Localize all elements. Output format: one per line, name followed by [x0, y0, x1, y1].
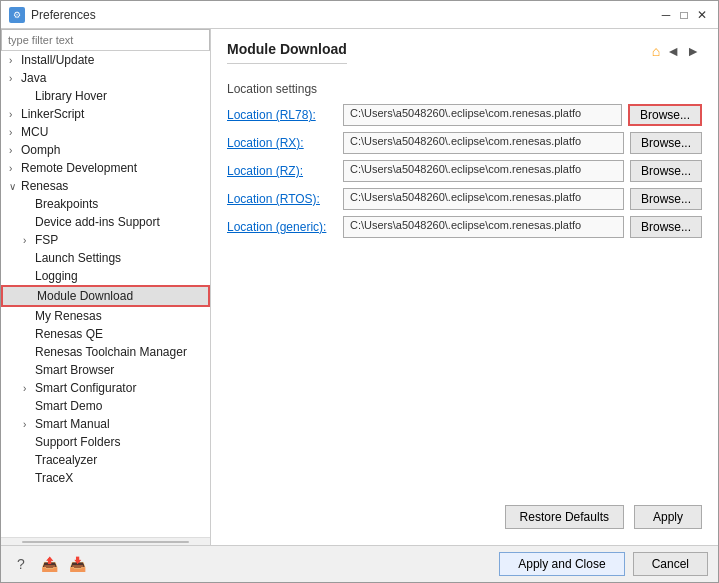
sidebar-item-support-folders[interactable]: Support Folders — [1, 433, 210, 451]
sidebar-label-smart-browser: Smart Browser — [35, 363, 114, 377]
sidebar: ›Install/Update›JavaLibrary Hover›Linker… — [1, 29, 211, 545]
window-title: Preferences — [31, 8, 658, 22]
arrow-icon-smart-configurator: › — [23, 383, 35, 394]
location-rows: Location (RL78):C:\Users\a5048260\.eclip… — [227, 104, 702, 244]
arrow-icon-oomph: › — [9, 145, 21, 156]
import-icon[interactable]: 📥 — [67, 554, 87, 574]
sidebar-item-device-add-ins[interactable]: Device add-ins Support — [1, 213, 210, 231]
sidebar-item-logging[interactable]: Logging — [1, 267, 210, 285]
sidebar-item-smart-manual[interactable]: ›Smart Manual — [1, 415, 210, 433]
main-content: ›Install/Update›JavaLibrary Hover›Linker… — [1, 29, 718, 545]
location-link-generic[interactable]: Location (generic): — [227, 220, 337, 234]
sidebar-label-support-folders: Support Folders — [35, 435, 120, 449]
sidebar-label-launch-settings: Launch Settings — [35, 251, 121, 265]
title-bar: ⚙ Preferences ─ □ ✕ — [1, 1, 718, 29]
sidebar-item-library-hover[interactable]: Library Hover — [1, 87, 210, 105]
location-path-rz: C:\Users\a5048260\.eclipse\com.renesas.p… — [343, 160, 624, 182]
maximize-button[interactable]: □ — [676, 7, 692, 23]
browse-button-rz[interactable]: Browse... — [630, 160, 702, 182]
main-title: Module Download — [227, 41, 347, 64]
browse-button-generic[interactable]: Browse... — [630, 216, 702, 238]
sidebar-label-oomph: Oomph — [21, 143, 60, 157]
minimize-button[interactable]: ─ — [658, 7, 674, 23]
sidebar-item-breakpoints[interactable]: Breakpoints — [1, 195, 210, 213]
arrow-icon-linkerscript: › — [9, 109, 21, 120]
sidebar-item-install-update[interactable]: ›Install/Update — [1, 51, 210, 69]
sidebar-label-java: Java — [21, 71, 46, 85]
browse-button-rx[interactable]: Browse... — [630, 132, 702, 154]
sidebar-item-renesas-qe[interactable]: Renesas QE — [1, 325, 210, 343]
location-path-rl78: C:\Users\a5048260\.eclipse\com.renesas.p… — [343, 104, 622, 126]
restore-defaults-button[interactable]: Restore Defaults — [505, 505, 624, 529]
sidebar-item-java[interactable]: ›Java — [1, 69, 210, 87]
sidebar-label-device-add-ins: Device add-ins Support — [35, 215, 160, 229]
sidebar-item-launch-settings[interactable]: Launch Settings — [1, 249, 210, 267]
sidebar-item-smart-demo[interactable]: Smart Demo — [1, 397, 210, 415]
browse-button-rtos[interactable]: Browse... — [630, 188, 702, 210]
sidebar-label-renesas-qe: Renesas QE — [35, 327, 103, 341]
location-row-rtos: Location (RTOS):C:\Users\a5048260\.eclip… — [227, 188, 702, 210]
arrow-icon-mcu: › — [9, 127, 21, 138]
section-label: Location settings — [227, 82, 702, 96]
sidebar-label-install-update: Install/Update — [21, 53, 94, 67]
sidebar-item-tracealyzer[interactable]: Tracealyzer — [1, 451, 210, 469]
cancel-button[interactable]: Cancel — [633, 552, 708, 576]
sidebar-label-remote-development: Remote Development — [21, 161, 137, 175]
close-button[interactable]: ✕ — [694, 7, 710, 23]
arrow-icon-java: › — [9, 73, 21, 84]
sidebar-item-fsp[interactable]: ›FSP — [1, 231, 210, 249]
apply-button[interactable]: Apply — [634, 505, 702, 529]
sidebar-item-module-download[interactable]: Module Download — [1, 285, 210, 307]
bottom-right: Apply and Close Cancel — [499, 552, 708, 576]
arrow-icon-remote-development: › — [9, 163, 21, 174]
apply-and-close-button[interactable]: Apply and Close — [499, 552, 624, 576]
sidebar-label-smart-demo: Smart Demo — [35, 399, 102, 413]
bottom-bar: ? 📤 📥 Apply and Close Cancel — [1, 545, 718, 582]
arrow-icon-install-update: › — [9, 55, 21, 66]
sidebar-label-linkerscript: LinkerScript — [21, 107, 84, 121]
sidebar-item-renesas-toolchain[interactable]: Renesas Toolchain Manager — [1, 343, 210, 361]
sidebar-label-breakpoints: Breakpoints — [35, 197, 98, 211]
arrow-icon-renesas: ∨ — [9, 181, 21, 192]
sidebar-item-my-renesas[interactable]: My Renesas — [1, 307, 210, 325]
sidebar-label-module-download: Module Download — [37, 289, 133, 303]
export-icon[interactable]: 📤 — [39, 554, 59, 574]
window-icon: ⚙ — [9, 7, 25, 23]
location-row-generic: Location (generic):C:\Users\a5048260\.ec… — [227, 216, 702, 238]
sidebar-label-library-hover: Library Hover — [35, 89, 107, 103]
sidebar-item-mcu[interactable]: ›MCU — [1, 123, 210, 141]
back-nav-button[interactable]: ◄ — [664, 41, 682, 61]
forward-nav-button[interactable]: ► — [684, 41, 702, 61]
sidebar-label-smart-configurator: Smart Configurator — [35, 381, 136, 395]
location-path-generic: C:\Users\a5048260\.eclipse\com.renesas.p… — [343, 216, 624, 238]
location-row-rx: Location (RX):C:\Users\a5048260\.eclipse… — [227, 132, 702, 154]
preferences-window: ⚙ Preferences ─ □ ✕ ›Install/Update›Java… — [0, 0, 719, 583]
sidebar-label-tracealyzer: Tracealyzer — [35, 453, 97, 467]
help-icon[interactable]: ? — [11, 554, 31, 574]
location-link-rl78[interactable]: Location (RL78): — [227, 108, 337, 122]
home-nav-button[interactable]: ⌂ — [650, 41, 662, 61]
location-row-rz: Location (RZ):C:\Users\a5048260\.eclipse… — [227, 160, 702, 182]
sidebar-label-tracex: TraceX — [35, 471, 73, 485]
sidebar-item-remote-development[interactable]: ›Remote Development — [1, 159, 210, 177]
location-link-rz[interactable]: Location (RZ): — [227, 164, 337, 178]
sidebar-label-fsp: FSP — [35, 233, 58, 247]
sidebar-label-logging: Logging — [35, 269, 78, 283]
sidebar-item-renesas[interactable]: ∨Renesas — [1, 177, 210, 195]
sidebar-item-smart-configurator[interactable]: ›Smart Configurator — [1, 379, 210, 397]
browse-button-rl78[interactable]: Browse... — [628, 104, 702, 126]
filter-input[interactable] — [1, 29, 210, 51]
sidebar-item-oomph[interactable]: ›Oomph — [1, 141, 210, 159]
bottom-left: ? 📤 📥 — [11, 554, 87, 574]
location-path-rx: C:\Users\a5048260\.eclipse\com.renesas.p… — [343, 132, 624, 154]
sidebar-item-tracex[interactable]: TraceX — [1, 469, 210, 487]
sidebar-label-my-renesas: My Renesas — [35, 309, 102, 323]
nav-area: ⌂ ◄ ► — [650, 41, 702, 61]
sidebar-item-linkerscript[interactable]: ›LinkerScript — [1, 105, 210, 123]
location-link-rx[interactable]: Location (RX): — [227, 136, 337, 150]
window-controls: ─ □ ✕ — [658, 7, 710, 23]
location-link-rtos[interactable]: Location (RTOS): — [227, 192, 337, 206]
location-row-rl78: Location (RL78):C:\Users\a5048260\.eclip… — [227, 104, 702, 126]
location-path-rtos: C:\Users\a5048260\.eclipse\com.renesas.p… — [343, 188, 624, 210]
sidebar-item-smart-browser[interactable]: Smart Browser — [1, 361, 210, 379]
